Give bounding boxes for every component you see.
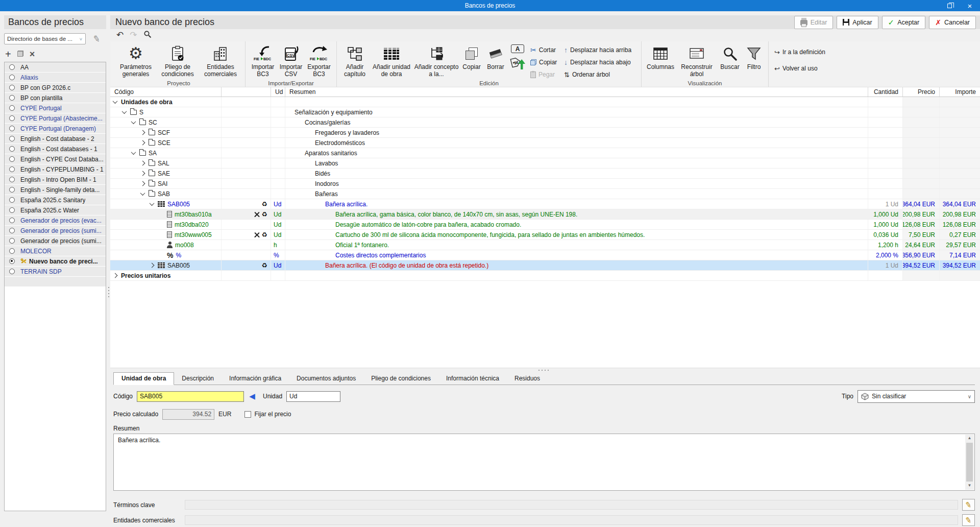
terminos-clave-input[interactable]: [185, 500, 958, 510]
list-item[interactable]: BP con GP 2026.c: [5, 83, 106, 93]
edit-terminos-button[interactable]: ✎: [962, 499, 975, 511]
search-button[interactable]: [143, 30, 152, 40]
tree-row-percent[interactable]: %% % Costes directos complementarios 2,0…: [110, 250, 980, 260]
column-header-cantidad[interactable]: Cantidad: [868, 87, 902, 97]
titlebar[interactable]: Bancos de precios ×: [0, 0, 980, 11]
codigo-input[interactable]: SAB005: [137, 391, 244, 402]
ir-definicion-button[interactable]: ↪Ir a la definición: [772, 46, 828, 58]
copiar-small-button[interactable]: Copiar: [528, 57, 561, 68]
tree-row-chapter[interactable]: SCF Fregaderos y lavaderos: [110, 128, 980, 138]
desplazar-abajo-button[interactable]: ↓Desplazar hacia abajo: [561, 57, 638, 68]
entidades-comerciales-input[interactable]: [185, 515, 958, 525]
ordenar-arbol-button[interactable]: ⇅Ordenar árbol: [561, 69, 638, 80]
copiar-button[interactable]: Copiar: [459, 42, 484, 71]
tab-descripcion[interactable]: Descripción: [174, 373, 222, 385]
fijar-precio-checkbox[interactable]: [244, 411, 251, 418]
tab-residuos[interactable]: Residuos: [507, 373, 548, 385]
list-item[interactable]: English - CYPE Cost Databa...: [5, 154, 106, 164]
tree-row-chapter[interactable]: SAI Inodoros: [110, 179, 980, 189]
list-item[interactable]: English - Cost databases - 1: [5, 144, 106, 154]
tree-row-chapter[interactable]: SA Aparatos sanitarios: [110, 148, 980, 158]
tree-row-chapter[interactable]: SCE Electrodomésticos: [110, 138, 980, 148]
editar-button[interactable]: Editar: [794, 16, 834, 29]
tree-row-material[interactable]: mt30www005 ♻ Ud Cartucho de 300 ml de si…: [110, 230, 980, 240]
list-item[interactable]: BP con plantilla: [5, 93, 106, 103]
column-header-resumen[interactable]: Resumen: [285, 87, 868, 97]
desplazar-arriba-button[interactable]: ↑Desplazar hacia arriba: [561, 44, 638, 56]
importar-csv-button[interactable]: CSV Importar CSV: [277, 42, 305, 78]
exportar-bc3-button[interactable]: FIEBDC Exportar BC3: [305, 42, 333, 78]
column-header-ud[interactable]: Ud: [271, 87, 285, 97]
tree-row-chapter[interactable]: SAL Lavabos: [110, 158, 980, 169]
directory-select[interactable]: Directorio de bases de ... ∨: [4, 33, 86, 44]
tab-documentos-adjuntos[interactable]: Documentos adjuntos: [289, 373, 363, 385]
copy-database-button[interactable]: [17, 51, 23, 58]
aplicar-button[interactable]: Aplicar: [837, 16, 878, 29]
tree-row-chapter[interactable]: S Señalización y equipamiento: [110, 107, 980, 117]
cancelar-button[interactable]: ✗Cancelar: [929, 16, 976, 29]
list-item[interactable]: CYPE Portugal (Abastecime...: [5, 113, 106, 124]
scrollbar-thumb[interactable]: [966, 443, 973, 482]
list-item[interactable]: English - Single-family deta...: [5, 185, 106, 195]
close-window-button[interactable]: ×: [960, 0, 980, 11]
reconstruir-arbol-button[interactable]: Reconstruir árbol: [676, 42, 717, 78]
tab-informacion-tecnica[interactable]: Información técnica: [438, 373, 507, 385]
borrar-button[interactable]: Borrar: [484, 42, 507, 71]
tree-row-root[interactable]: Unidades de obra: [110, 97, 980, 107]
filtro-button[interactable]: Filtro: [743, 42, 765, 71]
update-prices-button[interactable]: $€: [510, 54, 525, 71]
undo-button[interactable]: ↶: [116, 31, 124, 40]
list-item[interactable]: Generador de precios (evac...: [5, 215, 106, 226]
horizontal-splitter[interactable]: [113, 368, 975, 372]
unidad-input[interactable]: Ud: [286, 391, 340, 402]
columnas-button[interactable]: Columnas: [645, 42, 676, 71]
list-item[interactable]: CYPE Portugal (Drenagem): [5, 124, 106, 134]
list-item[interactable]: MOLECOR: [5, 246, 106, 256]
sidebar-splitter[interactable]: [107, 11, 110, 527]
edit-entidades-button[interactable]: ✎: [962, 514, 975, 526]
pegar-button[interactable]: Pegar: [528, 69, 561, 80]
edit-text-button[interactable]: A: [511, 44, 524, 53]
volver-uso-button[interactable]: ↩Volver al uso: [772, 63, 828, 74]
tree-row-unit-selected[interactable]: SAB005 ♻ Ud Bañera acrílica. (El código …: [110, 260, 980, 271]
anadir-unidad-obra-button[interactable]: Añadir unidad de obra: [370, 42, 413, 78]
buscar-button[interactable]: Buscar: [717, 42, 743, 71]
list-item[interactable]: Generador de precios (sumi...: [5, 226, 106, 236]
tree-row-chapter[interactable]: SAE Bidés: [110, 169, 980, 179]
list-item[interactable]: English - Cost database - 2: [5, 134, 106, 144]
resumen-scrollbar[interactable]: ▲ ▼: [965, 435, 974, 490]
list-item[interactable]: España 2025.c Sanitary: [5, 195, 106, 205]
list-item[interactable]: CYPE Portugal: [5, 103, 106, 113]
pliego-condiciones-button[interactable]: Pliego de condiciones: [156, 42, 199, 78]
resumen-textarea[interactable]: Bañera acrílica. ▲ ▼: [113, 434, 975, 491]
column-header-codigo[interactable]: Código: [110, 87, 221, 97]
tab-unidad-de-obra[interactable]: Unidad de obra: [113, 372, 174, 385]
anadir-concepto-button[interactable]: Añadir concepto a la...: [413, 42, 459, 78]
importar-bc3-button[interactable]: FIEBDC Importar BC3: [249, 42, 277, 78]
list-item[interactable]: Generador de precios (sumi...: [5, 236, 106, 246]
tab-informacion-grafica[interactable]: Información gráfica: [222, 373, 289, 385]
column-header-flags[interactable]: [221, 87, 271, 97]
aceptar-button[interactable]: ✓Aceptar: [882, 16, 926, 29]
tree-row-root[interactable]: Precios unitarios: [110, 271, 980, 281]
list-item[interactable]: TERRAIN SDP: [5, 267, 106, 277]
column-header-importe[interactable]: Importe: [939, 87, 980, 97]
tree-row-labor[interactable]: mo008 h Oficial 1ª fontanero. 1,200 h 24…: [110, 240, 980, 250]
list-item[interactable]: Aliaxis: [5, 73, 106, 83]
restore-window-button[interactable]: [939, 0, 960, 11]
entidades-comerciales-button[interactable]: Entidades comerciales: [199, 42, 242, 78]
tab-pliego-condiciones[interactable]: Pliego de condiciones: [363, 373, 438, 385]
column-header-precio[interactable]: Precio: [902, 87, 939, 97]
list-item[interactable]: España 2025.c Water: [5, 205, 106, 215]
list-item[interactable]: English - CYPEPLUMBING - 1: [5, 164, 106, 175]
cortar-button[interactable]: ✂Cortar: [528, 44, 561, 56]
tree-row-material[interactable]: mt30bas010a ♻ Ud Bañera acrílica, gama b…: [110, 209, 980, 220]
delete-database-button[interactable]: ×: [30, 51, 35, 58]
redo-button[interactable]: ↷: [130, 31, 137, 40]
anadir-capitulo-button[interactable]: Añadir capítulo: [340, 42, 370, 78]
parametros-generales-button[interactable]: ⚙ Parámetros generales: [115, 42, 156, 78]
tree-row-material[interactable]: mt30dba020 Ud Desagüe automático de lató…: [110, 220, 980, 230]
tipo-select[interactable]: Sin clasificar ∨: [857, 390, 975, 403]
edit-directory-button[interactable]: ✎: [92, 33, 101, 44]
list-item-selected[interactable]: Nuevo banco de preci...: [5, 256, 106, 267]
